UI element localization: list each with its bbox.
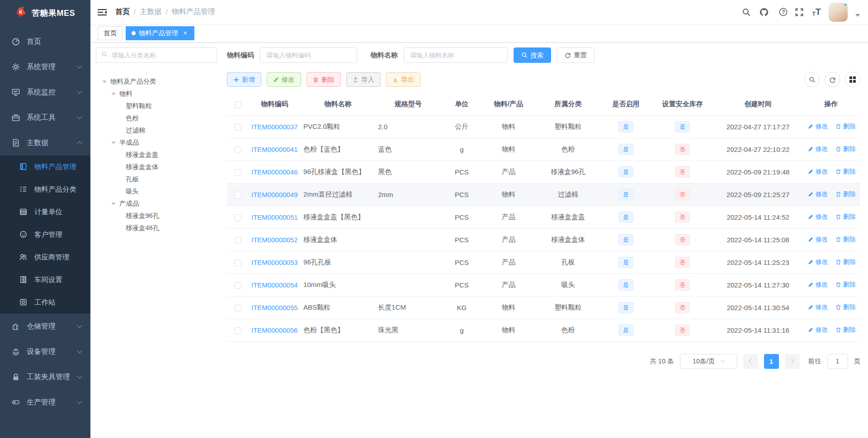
tree-node-leaf[interactable]: 移液盒48孔: [96, 222, 217, 234]
sidebar-item-system-admin[interactable]: 系统管理: [0, 54, 90, 80]
row-checkbox[interactable]: [235, 214, 241, 221]
tree-node-group[interactable]: 半成品: [96, 137, 217, 149]
material-code-link[interactable]: ITEM00000052: [251, 236, 298, 244]
delete-row-button[interactable]: 删除: [835, 326, 856, 334]
sidebar-item-material-product-mgmt[interactable]: 物料产品管理: [0, 155, 90, 178]
edit-row-button[interactable]: 修改: [808, 303, 828, 311]
category-search-input[interactable]: [112, 52, 212, 59]
material-name-input[interactable]: [404, 47, 508, 63]
material-code-link[interactable]: ITEM00000053: [251, 259, 298, 266]
sidebar-item-production-mgmt[interactable]: 生产管理: [0, 390, 90, 415]
material-code-link[interactable]: ITEM00000055: [251, 304, 298, 311]
sidebar-item-fixture-mgmt[interactable]: 工装夹具管理: [0, 364, 90, 390]
goto-page-input[interactable]: [827, 354, 848, 369]
material-code-link[interactable]: ITEM00000056: [251, 326, 298, 334]
tab-home[interactable]: 首页: [98, 26, 123, 40]
delete-row-button[interactable]: 删除: [835, 168, 856, 176]
sidebar-item-supplier-mgmt[interactable]: 供应商管理: [0, 246, 90, 268]
material-code-link[interactable]: ITEM00000041: [251, 146, 298, 153]
help-icon[interactable]: ?: [777, 7, 787, 17]
delete-row-button[interactable]: 删除: [835, 122, 856, 131]
sidebar-item-workshop-settings[interactable]: 车间设置: [0, 268, 90, 291]
material-code-input[interactable]: [260, 47, 357, 63]
row-checkbox[interactable]: [235, 192, 241, 198]
tab-material-product-mgmt[interactable]: 物料产品管理 ×: [126, 26, 194, 40]
material-code-link[interactable]: ITEM00000054: [251, 281, 298, 289]
sidebar-item-home[interactable]: 首页: [0, 29, 90, 54]
close-icon[interactable]: ×: [182, 30, 189, 37]
logo[interactable]: K 苦糖果MES: [0, 0, 90, 26]
tree-node-leaf[interactable]: 移液盒盒体: [96, 161, 217, 173]
sidebar-item-warehouse-mgmt[interactable]: 仓储管理: [0, 314, 90, 339]
row-checkbox[interactable]: [235, 237, 241, 244]
edit-row-button[interactable]: 修改: [808, 281, 828, 289]
sidebar-item-customer-mgmt[interactable]: 客户管理: [0, 223, 90, 246]
sidebar-item-measure-unit[interactable]: 计量单位: [0, 201, 90, 223]
delete-row-button[interactable]: 删除: [835, 258, 856, 266]
export-button[interactable]: 导出: [386, 72, 420, 87]
sidebar-item-master-data[interactable]: 主数据: [0, 130, 90, 155]
delete-row-button[interactable]: 删除: [835, 190, 856, 198]
material-code-link[interactable]: ITEM00000037: [251, 123, 298, 131]
font-size-icon[interactable]: TT: [812, 7, 821, 17]
delete-row-button[interactable]: 删除: [835, 145, 856, 153]
row-checkbox[interactable]: [235, 327, 241, 334]
tree-node-leaf[interactable]: 移液盒盒盖: [96, 149, 217, 161]
page-size-select[interactable]: 10条/页: [680, 354, 737, 369]
edit-row-button[interactable]: 修改: [808, 235, 828, 244]
edit-button[interactable]: 修改: [267, 72, 301, 87]
material-code-link[interactable]: ITEM00000046: [251, 168, 298, 176]
page-number-button[interactable]: 1: [764, 354, 779, 369]
row-checkbox[interactable]: [235, 305, 241, 311]
sidebar-item-system-monitor[interactable]: 系统监控: [0, 80, 90, 105]
toggle-search-icon[interactable]: [804, 72, 820, 87]
import-button[interactable]: 导入: [346, 72, 381, 87]
row-checkbox[interactable]: [235, 282, 241, 289]
delete-button[interactable]: 删除: [307, 72, 341, 87]
sidebar-collapse-icon[interactable]: [97, 8, 107, 17]
prev-page-button[interactable]: [743, 354, 758, 369]
edit-row-button[interactable]: 修改: [808, 122, 828, 131]
search-button[interactable]: 搜索: [514, 47, 551, 63]
tree-node-leaf[interactable]: 移液盒96孔: [96, 210, 217, 222]
refresh-icon[interactable]: [825, 72, 840, 87]
avatar[interactable]: [829, 3, 848, 22]
edit-row-button[interactable]: 修改: [808, 168, 828, 176]
edit-row-button[interactable]: 修改: [808, 145, 828, 153]
edit-row-button[interactable]: 修改: [808, 213, 828, 221]
row-checkbox[interactable]: [235, 124, 241, 131]
delete-row-button[interactable]: 删除: [835, 213, 856, 221]
material-code-link[interactable]: ITEM00000049: [251, 191, 298, 198]
delete-row-button[interactable]: 删除: [835, 235, 856, 244]
tree-node-leaf[interactable]: 孔板: [96, 173, 217, 185]
tree-node-root[interactable]: 物料及产品分类: [96, 75, 217, 88]
row-checkbox[interactable]: [235, 259, 241, 266]
delete-row-button[interactable]: 删除: [835, 281, 856, 289]
add-button[interactable]: 新增: [227, 72, 261, 87]
breadcrumb-home[interactable]: 首页: [115, 7, 130, 17]
user-menu-caret-icon[interactable]: [855, 14, 860, 17]
tree-node-leaf[interactable]: 色粉: [96, 112, 217, 124]
edit-row-button[interactable]: 修改: [808, 190, 828, 198]
sidebar-item-system-tools[interactable]: 系统工具: [0, 105, 90, 130]
sidebar-item-workstation[interactable]: 工作站: [0, 291, 90, 314]
material-code-link[interactable]: ITEM00000051: [251, 213, 298, 221]
row-checkbox[interactable]: [235, 169, 241, 176]
github-icon[interactable]: [759, 7, 769, 17]
select-all-checkbox[interactable]: [235, 101, 241, 108]
sidebar-item-material-product-category[interactable]: 物料产品分类: [0, 178, 90, 201]
reset-button[interactable]: 重置: [557, 47, 594, 63]
search-icon[interactable]: [741, 7, 751, 17]
delete-row-button[interactable]: 删除: [835, 303, 856, 311]
fullscreen-icon[interactable]: [794, 7, 804, 17]
sidebar-item-device-mgmt[interactable]: 设备管理: [0, 339, 90, 364]
tree-node-leaf[interactable]: 塑料颗粒: [96, 100, 217, 112]
tree-node-leaf[interactable]: 过滤棉: [96, 124, 217, 137]
row-checkbox[interactable]: [235, 146, 241, 153]
tree-node-group[interactable]: 物料: [96, 88, 217, 100]
tree-node-leaf[interactable]: 吸头: [96, 185, 217, 198]
edit-row-button[interactable]: 修改: [808, 258, 828, 266]
columns-grid-icon[interactable]: [845, 72, 860, 87]
tree-node-group[interactable]: 产成品: [96, 198, 217, 210]
next-page-button[interactable]: [785, 354, 800, 369]
